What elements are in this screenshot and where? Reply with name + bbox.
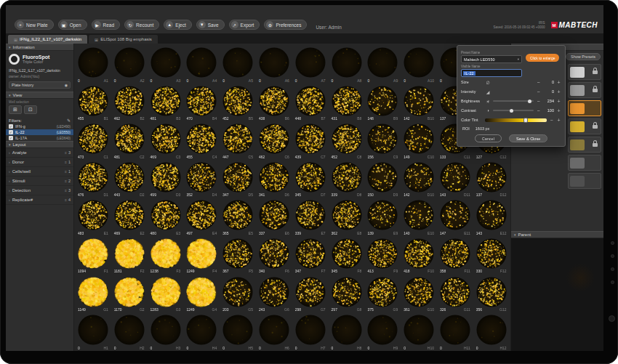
- well-D5[interactable]: 347D5: [220, 161, 257, 199]
- layout-row-analyte[interactable]: ›Analyte≡3: [6, 148, 73, 158]
- preset-thumbnail-4[interactable]: [568, 118, 601, 134]
- well-F3[interactable]: 1238F3: [148, 237, 185, 275]
- well-H1[interactable]: 0H1: [76, 313, 112, 351]
- well-E5[interactable]: 365E5: [220, 198, 257, 237]
- well-C3[interactable]: 469C3: [148, 122, 185, 161]
- slider-track[interactable]: [493, 100, 534, 102]
- well-A10[interactable]: 0A10: [401, 46, 438, 84]
- layout-row-detection[interactable]: ›Detection≡3: [6, 186, 73, 195]
- well-selection-all-button[interactable]: ⊞: [9, 105, 22, 114]
- well-G6[interactable]: 243G6: [257, 275, 293, 314]
- contrast-plus-button[interactable]: +: [556, 108, 561, 113]
- well-D1[interactable]: 476D1: [76, 161, 112, 199]
- well-G8[interactable]: 297G8: [329, 275, 366, 314]
- preset-thumbnail-7[interactable]: [568, 173, 601, 189]
- well-B8[interactable]: 431B8: [329, 84, 366, 123]
- well-B10[interactable]: 142B10: [401, 84, 438, 123]
- new-plate-button[interactable]: +New Plate: [15, 20, 54, 30]
- well-F6[interactable]: 340F6: [257, 237, 293, 275]
- tab-elispot-108-big-emphasis[interactable]: ⊞ELISpot 108 Big emphasis: [89, 35, 158, 44]
- well-C10[interactable]: 149C10: [401, 122, 438, 161]
- well-G4[interactable]: 1249G4: [184, 275, 220, 314]
- color-tint-slider-thumb[interactable]: [523, 118, 528, 123]
- tab-ifng-il22-il17-v107-darkskin[interactable]: ⊞IFNg_IL22_IL17_v107_darkskin: [8, 35, 87, 44]
- well-A6[interactable]: 0A6: [257, 46, 293, 84]
- well-F2[interactable]: 1181F2: [112, 237, 148, 275]
- well-B6[interactable]: 438B6: [257, 84, 293, 123]
- read-button[interactable]: ▶Read: [92, 20, 121, 30]
- well-H3[interactable]: 0H3: [148, 313, 185, 351]
- well-selection-none-button[interactable]: ⊡: [24, 105, 37, 114]
- well-H5[interactable]: 0H5: [220, 313, 257, 351]
- layout-row-replicate[interactable]: ›Replicate#≡4: [6, 195, 73, 205]
- well-D4[interactable]: 352D4: [184, 161, 220, 199]
- well-C4[interactable]: 455C4: [184, 122, 220, 161]
- well-E6[interactable]: 337E6: [257, 198, 293, 237]
- monitor-control-button[interactable]: [611, 280, 614, 284]
- plate-history-button[interactable]: Plate history ◉: [9, 81, 71, 89]
- preset-thumbnail-1[interactable]: [568, 64, 601, 80]
- checkbox-checked-icon[interactable]: ✓: [9, 124, 13, 129]
- well-B1[interactable]: 455B1: [76, 84, 112, 123]
- intensity-plus-button[interactable]: +: [556, 89, 561, 94]
- well-G5[interactable]: 203G5: [220, 275, 257, 314]
- filter-ifn-g[interactable]: ✓IFN-g(LED490): [6, 124, 73, 129]
- well-D9[interactable]: 150D9: [365, 161, 401, 199]
- cancel-button[interactable]: Cancel: [475, 134, 502, 142]
- click-to-enlarge-button[interactable]: Click to enlarge: [526, 54, 559, 62]
- well-G12[interactable]: 356G12: [474, 275, 510, 314]
- well-E8[interactable]: 362E8: [329, 198, 366, 237]
- well-F8[interactable]: 345F8: [329, 237, 366, 275]
- color-tint-slider[interactable]: [485, 118, 547, 122]
- layout-row-donor[interactable]: ›Donor≡1: [6, 158, 73, 167]
- well-B2[interactable]: 462B2: [112, 84, 148, 123]
- well-E11[interactable]: 147E11: [438, 198, 474, 237]
- preferences-button[interactable]: ⚙Preferences: [264, 20, 307, 30]
- well-C8[interactable]: 452C8: [329, 122, 366, 161]
- well-H6[interactable]: 0H6: [257, 313, 293, 351]
- color-tint-plus-button[interactable]: +: [556, 118, 561, 123]
- monitor-control-button[interactable]: [611, 254, 614, 258]
- well-D2[interactable]: 443D2: [112, 161, 148, 199]
- monitor-power-button[interactable]: [609, 315, 615, 322]
- filter-il-17a[interactable]: ✓IL-17A(LED640): [6, 135, 73, 141]
- well-B5[interactable]: 452B5: [220, 84, 257, 123]
- well-G3[interactable]: 1283G3: [148, 275, 185, 314]
- well-E10[interactable]: 140E10: [401, 198, 438, 237]
- color-tint-minus-button[interactable]: −: [549, 118, 554, 123]
- well-A9[interactable]: 0A9: [365, 46, 401, 84]
- well-F1[interactable]: 1094F1: [76, 237, 112, 275]
- well-H8[interactable]: 0H8: [329, 313, 366, 351]
- preset-thumbnail-3[interactable]: [568, 100, 601, 116]
- layout-row-cells-well[interactable]: ›Cells/well≡1: [6, 167, 73, 177]
- export-button[interactable]: ↗Export: [229, 20, 260, 30]
- well-F11[interactable]: 358F11: [438, 237, 474, 275]
- well-D6[interactable]: 341D6: [257, 161, 293, 199]
- well-H9[interactable]: 0H9: [365, 313, 401, 351]
- well-F7[interactable]: 347F7: [293, 237, 329, 275]
- well-E1[interactable]: 483E1: [76, 198, 112, 237]
- well-B3[interactable]: 481B3: [148, 84, 185, 123]
- well-G10[interactable]: 361G10: [401, 275, 438, 314]
- well-A1[interactable]: 0A1: [76, 46, 112, 84]
- well-H2[interactable]: 0H2: [112, 313, 148, 351]
- visible-name-input[interactable]: IL-22: [461, 69, 522, 77]
- well-G1[interactable]: 1149G1: [76, 275, 112, 314]
- layout-row-stimuli[interactable]: ›Stimuli≡2: [6, 177, 73, 186]
- information-panel-header[interactable]: ▾ Information: [6, 44, 73, 51]
- well-F12[interactable]: 330F12: [474, 237, 510, 275]
- well-E3[interactable]: 480E3: [148, 198, 185, 237]
- well-A4[interactable]: 0A4: [184, 46, 220, 84]
- well-E2[interactable]: 469E2: [112, 198, 148, 237]
- well-D12[interactable]: 137D12: [474, 161, 510, 199]
- well-A7[interactable]: 0A7: [293, 46, 329, 84]
- size-minus-button[interactable]: −: [536, 80, 541, 85]
- contrast-minus-button[interactable]: −: [536, 108, 541, 113]
- preset-thumbnail-6[interactable]: [568, 155, 601, 171]
- recount-button[interactable]: ↻Recount: [124, 20, 159, 30]
- well-F9[interactable]: 413F9: [365, 237, 401, 275]
- well-E9[interactable]: 139E9: [365, 198, 401, 237]
- slider-thumb[interactable]: [510, 109, 513, 113]
- well-F5[interactable]: 367F5: [220, 237, 257, 275]
- well-G2[interactable]: 1170G2: [112, 275, 148, 314]
